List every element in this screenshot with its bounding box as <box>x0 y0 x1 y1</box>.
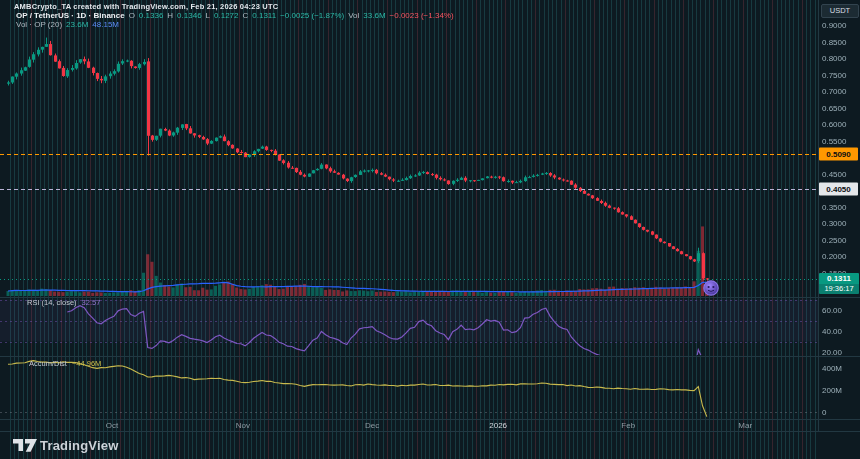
price-tick: 0.3000 <box>822 219 846 228</box>
low-value: 0.1272 <box>214 11 238 20</box>
time-axis-label: Mar <box>738 421 752 430</box>
alert-price-label-lower[interactable]: 0.4050 <box>819 182 858 195</box>
time-axis-label: Nov <box>236 421 250 430</box>
rsi-tick: 60.00 <box>822 306 842 315</box>
price-tick: 0.6000 <box>822 120 846 129</box>
price-tick: 0.4500 <box>822 169 846 178</box>
accdist-title[interactable]: Accum/Dist <box>29 359 67 368</box>
chart-canvas[interactable] <box>0 0 860 459</box>
open-value: 0.1336 <box>139 11 163 20</box>
volume-indicator-title[interactable]: Vol · OP (20) <box>16 20 62 29</box>
accdist-tick: 400M <box>822 364 842 373</box>
currency-toggle-button[interactable]: USDT <box>821 4 859 18</box>
accdist-tick: 200M <box>822 386 842 395</box>
rsi-legend: RSI (14, close) 32.57 <box>27 298 100 307</box>
low-label: L <box>206 11 210 20</box>
rsi-title[interactable]: RSI (14, close) <box>27 298 77 307</box>
change-value: −0.0025 (−1.87%) <box>280 11 344 20</box>
price-tick: 0.6500 <box>822 103 846 112</box>
alert-price-label-upper[interactable]: 0.5090 <box>819 148 858 161</box>
last-price-value: 0.1311 <box>819 273 859 284</box>
vol-change-value: −0.0023 (−1.34%) <box>390 11 454 20</box>
volume-ma-value: 48.15M <box>92 20 119 29</box>
rsi-value: 32.57 <box>82 298 101 307</box>
time-axis-separator <box>0 419 860 420</box>
time-axis-label: Oct <box>106 421 118 430</box>
volume-current-value: 23.6M <box>66 20 88 29</box>
accdist-tick: 0 <box>822 408 826 417</box>
tradingview-chart-window: AMBCrypto_TA created with TradingView.co… <box>0 0 860 459</box>
high-label: H <box>167 11 173 20</box>
close-label: C <box>243 11 249 20</box>
price-tick: 0.8000 <box>822 54 846 63</box>
price-tick: 0.2500 <box>822 235 846 244</box>
price-tick: 0.9000 <box>822 21 846 30</box>
price-scale-separator <box>818 0 819 432</box>
footer-bar: TradingView <box>0 432 860 459</box>
last-price-label: 0.1311 19:36:17 <box>819 273 859 294</box>
pane-separator-accdist[interactable] <box>0 356 860 357</box>
price-tick: 0.2000 <box>822 252 846 261</box>
pane-separator-rsi[interactable] <box>0 297 860 298</box>
close-value: 0.1311 <box>252 11 276 20</box>
price-tick: 0.7000 <box>822 87 846 96</box>
tradingview-wordmark[interactable]: TradingView <box>40 438 119 453</box>
symbol-title[interactable]: OP / TetherUS · 1D · Binance <box>16 11 125 20</box>
time-axis-label: 2026 <box>489 421 507 430</box>
tradingview-logo-icon[interactable] <box>12 437 38 454</box>
price-tick: 0.5500 <box>822 136 846 145</box>
price-tick: 0.7500 <box>822 70 846 79</box>
watermark: AMBCrypto_TA created with TradingView.co… <box>14 2 278 11</box>
high-value: 0.1346 <box>177 11 201 20</box>
symbol-legend: OP / TetherUS · 1D · Binance O 0.1336 H … <box>16 11 454 20</box>
open-label: O <box>129 11 135 20</box>
bar-countdown: 19:36:17 <box>819 284 859 294</box>
volume-indicator-legend: Vol · OP (20) 23.6M 48.15M <box>16 20 119 29</box>
price-tick: 0.8500 <box>822 37 846 46</box>
vol-value: 33.6M <box>363 11 385 20</box>
vol-label: Vol <box>348 11 359 20</box>
time-axis-label: Feb <box>621 421 635 430</box>
accdist-legend: Accum/Dist −44.96M <box>29 359 101 368</box>
time-axis-label: Dec <box>365 421 379 430</box>
purple-emoji-marker[interactable] <box>702 279 720 297</box>
rsi-tick: 40.00 <box>822 327 842 336</box>
price-tick: 0.3500 <box>822 202 846 211</box>
accdist-value: −44.96M <box>72 359 101 368</box>
